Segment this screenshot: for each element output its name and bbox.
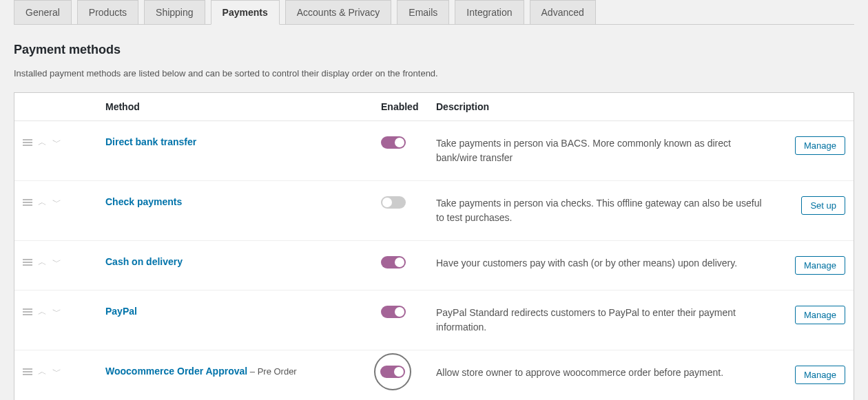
enabled-toggle[interactable] — [381, 136, 406, 149]
enabled-toggle[interactable] — [381, 196, 406, 209]
enabled-toggle[interactable] — [381, 256, 406, 269]
move-up-icon[interactable]: ︿ — [38, 306, 47, 318]
tab-general[interactable]: General — [14, 0, 72, 24]
drag-handle-icon[interactable] — [23, 139, 32, 146]
drag-handle-icon[interactable] — [23, 368, 32, 375]
table-row: ︿ ﹀ Check payments Take payments in pers… — [14, 181, 854, 241]
method-link[interactable]: Cash on delivery — [105, 256, 183, 267]
manage-button[interactable]: Manage — [795, 256, 845, 275]
method-description: PayPal Standard redirects customers to P… — [436, 306, 776, 335]
tab-products[interactable]: Products — [77, 0, 138, 24]
drag-handle-icon[interactable] — [23, 308, 32, 315]
tab-advanced[interactable]: Advanced — [530, 0, 596, 24]
move-up-icon[interactable]: ︿ — [38, 196, 47, 209]
tab-emails[interactable]: Emails — [397, 0, 449, 24]
tab-shipping[interactable]: Shipping — [144, 0, 205, 24]
col-method: Method — [105, 101, 381, 112]
enabled-toggle[interactable] — [381, 306, 406, 318]
section-description: Installed payment methods are listed bel… — [14, 68, 854, 78]
table-row: ︿ ﹀ Cash on delivery Have your customers… — [14, 241, 854, 291]
move-down-icon[interactable]: ﹀ — [52, 136, 61, 149]
manage-button[interactable]: Manage — [795, 366, 845, 384]
drag-handle-icon[interactable] — [23, 199, 32, 206]
method-link[interactable]: Direct bank transfer — [105, 136, 196, 147]
method-description: Have your customers pay with cash (or by… — [436, 256, 776, 271]
move-up-icon[interactable]: ︿ — [38, 366, 47, 378]
move-down-icon[interactable]: ﹀ — [52, 306, 61, 318]
move-down-icon[interactable]: ﹀ — [52, 256, 61, 269]
table-row: ︿ ﹀ Direct bank transfer Take payments i… — [14, 121, 854, 181]
highlight-annotation — [374, 353, 411, 390]
move-up-icon[interactable]: ︿ — [38, 256, 47, 269]
tab-payments[interactable]: Payments — [211, 0, 280, 25]
move-down-icon[interactable]: ﹀ — [52, 196, 61, 209]
move-up-icon[interactable]: ︿ — [38, 136, 47, 149]
setup-button[interactable]: Set up — [801, 196, 845, 215]
method-link[interactable]: Woocommerce Order Approval — [105, 366, 247, 377]
method-suffix: – Pre Order — [247, 366, 297, 377]
section-title: Payment methods — [14, 43, 854, 57]
enabled-toggle[interactable] — [380, 366, 405, 378]
method-link[interactable]: PayPal — [105, 306, 137, 317]
settings-tabs: General Products Shipping Payments Accou… — [14, 0, 854, 25]
table-row: ︿ ﹀ PayPal PayPal Standard redirects cus… — [14, 291, 854, 350]
method-description: Take payments in person via checks. This… — [436, 196, 776, 225]
move-down-icon[interactable]: ﹀ — [52, 366, 61, 378]
table-row: ︿ ﹀ Woocommerce Order Approval – Pre Ord… — [14, 350, 854, 400]
method-description: Take payments in person via BACS. More c… — [436, 136, 776, 165]
tab-accounts-privacy[interactable]: Accounts & Privacy — [285, 0, 392, 24]
method-description: Allow store owner to approve woocommerce… — [436, 366, 776, 380]
method-link[interactable]: Check payments — [105, 196, 182, 207]
payment-methods-table: Method Enabled Description ︿ ﹀ Direct ba… — [14, 92, 854, 400]
drag-handle-icon[interactable] — [23, 259, 32, 266]
col-description: Description — [436, 101, 776, 112]
manage-button[interactable]: Manage — [795, 306, 845, 324]
manage-button[interactable]: Manage — [795, 136, 845, 155]
col-enabled: Enabled — [381, 101, 436, 112]
tab-integration[interactable]: Integration — [455, 0, 524, 24]
